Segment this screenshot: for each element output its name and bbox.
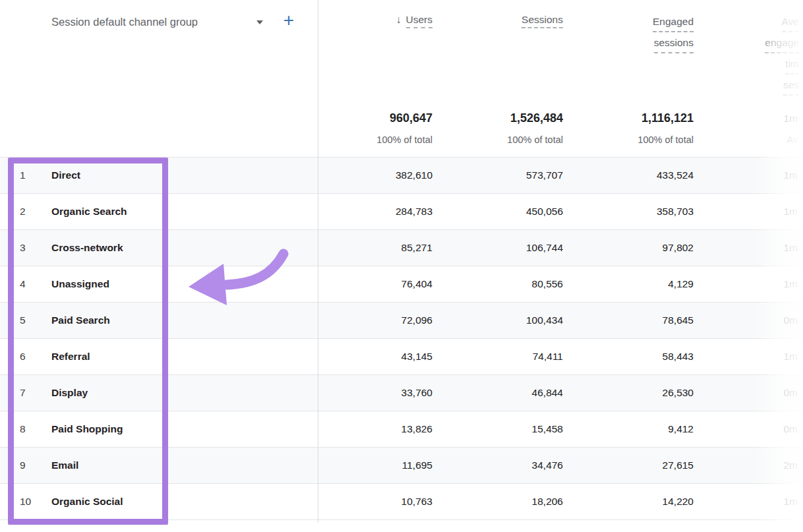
sort-descending-icon[interactable]: ↓ [396,14,402,25]
chevron-down-icon[interactable] [256,20,263,24]
avg-header-line3: tim [785,56,799,74]
users-value: 85,271 [402,230,432,266]
sessions-value: 46,844 [532,375,563,411]
total-engaged-sessions: 1,116,121 [641,111,694,125]
sessions-value: 80,556 [532,266,563,302]
avg-engagement-time-value: 0m [783,411,798,447]
users-value: 10,763 [402,484,432,519]
avg-engagement-time-value: 1m [783,230,798,266]
engaged-sessions-value: 97,802 [663,230,694,266]
users-value: 13,826 [402,411,432,447]
column-header-users[interactable]: ↓Users [396,14,432,31]
column-header-avg-engagement-time[interactable]: Ave engage tim ses [765,14,799,98]
engaged-sessions-value: 26,530 [663,375,694,411]
total-sessions-subtext: 100% of total [507,134,563,145]
avg-header-line4: ses [783,77,799,96]
engaged-sessions-value: 433,524 [657,158,694,193]
avg-engagement-time-value: 1m [783,266,798,302]
annotation-arrow-icon [183,245,292,311]
avg-engagement-time-value: 0m [783,303,798,338]
users-value: 43,145 [402,339,432,374]
engaged-sessions-value: 27,615 [663,448,694,483]
engaged-sessions-value: 9,412 [668,411,694,447]
total-users-subtext: 100% of total [376,134,432,145]
users-value: 11,695 [402,448,432,483]
annotation-highlight-box [8,158,168,525]
avg-engagement-time-value: 1m [783,194,798,229]
avg-engagement-time-value: 2m [783,448,798,483]
total-avg-engagement-time: 1m [783,113,798,125]
engaged-sessions-value: 4,129 [668,266,694,302]
engaged-sessions-value: 78,645 [663,303,694,338]
users-value: 72,096 [402,303,432,338]
users-header-label[interactable]: Users [406,14,432,28]
total-avg-subtext: Av [787,134,798,145]
sessions-value: 106,744 [526,230,563,266]
avg-engagement-time-value: 1m [783,339,798,374]
users-value: 33,760 [402,375,432,411]
users-value: 76,404 [402,266,432,302]
sessions-value: 573,707 [526,158,563,193]
column-header-engaged-sessions[interactable]: Engaged sessions [653,14,694,56]
total-sessions: 1,526,484 [510,111,563,125]
engaged-sessions-value: 358,703 [657,194,694,229]
users-value: 382,610 [396,158,432,193]
column-divider [318,0,318,523]
avg-engagement-time-value: 1m [783,158,798,193]
sessions-value: 18,206 [532,484,563,519]
engaged-sessions-value: 58,443 [663,339,694,374]
engaged-sessions-value: 14,220 [663,484,694,519]
users-value: 284,783 [396,194,432,229]
engaged-header-line2: sessions [654,35,694,53]
sessions-value: 74,411 [533,339,563,374]
dimension-selector[interactable]: Session default channel group [51,16,198,28]
sessions-header-label[interactable]: Sessions [521,14,563,28]
analytics-channel-table: Session default channel group + ↓Users S… [0,0,803,532]
sessions-value: 450,056 [526,194,563,229]
total-users: 960,647 [390,111,432,125]
column-header-sessions[interactable]: Sessions [521,14,563,31]
avg-engagement-time-value: 1m [783,484,798,519]
sessions-value: 100,434 [526,303,563,338]
avg-header-line1: Ave [782,14,799,32]
total-engaged-subtext: 100% of total [638,134,694,145]
sessions-value: 34,476 [532,448,563,483]
avg-header-line2: engage [765,35,799,53]
add-dimension-button[interactable]: + [280,9,298,32]
sessions-value: 15,458 [532,411,563,447]
engaged-header-line1: Engaged [653,14,694,32]
avg-engagement-time-value: 0m [783,375,798,411]
